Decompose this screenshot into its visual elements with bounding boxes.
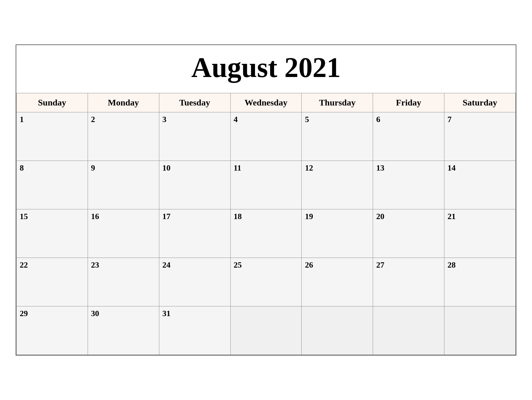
day-number: 4 <box>234 115 299 124</box>
day-cell-26: 26 <box>302 258 373 306</box>
day-cell-23: 23 <box>88 258 159 306</box>
day-cell-7: 7 <box>444 112 516 161</box>
week-row-4: 22232425262728 <box>17 258 516 306</box>
day-cell-4: 4 <box>230 112 302 161</box>
day-cell-8: 8 <box>17 161 88 209</box>
day-cell-21: 21 <box>444 209 516 258</box>
day-number: 6 <box>376 115 441 124</box>
day-number: 27 <box>376 260 441 270</box>
day-number: 23 <box>91 260 156 270</box>
day-cell-31: 31 <box>159 306 230 355</box>
day-cell-14: 14 <box>444 161 516 209</box>
day-number: 26 <box>305 260 370 270</box>
day-cell-29: 29 <box>17 306 88 355</box>
day-number: 28 <box>448 260 512 270</box>
week-row-1: 1234567 <box>17 112 516 161</box>
day-number: 31 <box>162 309 227 318</box>
week-row-5: 293031 <box>17 306 516 355</box>
day-number: 17 <box>162 212 227 221</box>
day-number: 19 <box>305 212 370 221</box>
day-cell-13: 13 <box>373 161 444 209</box>
week-row-3: 15161718192021 <box>17 209 516 258</box>
header-monday: Monday <box>88 93 159 112</box>
day-cell-10: 10 <box>159 161 230 209</box>
day-number: 14 <box>448 163 512 173</box>
day-cell-30: 30 <box>88 306 159 355</box>
day-number: 16 <box>91 212 156 221</box>
day-number: 7 <box>448 115 512 124</box>
header-tuesday: Tuesday <box>159 93 230 112</box>
day-number: 1 <box>20 115 84 124</box>
day-number: 5 <box>305 115 370 124</box>
header-thursday: Thursday <box>302 93 373 112</box>
day-cell-9: 9 <box>88 161 159 209</box>
day-number: 10 <box>162 163 227 173</box>
day-number: 2 <box>91 115 156 124</box>
header-sunday: Sunday <box>17 93 88 112</box>
empty-day-cell <box>444 306 516 355</box>
day-cell-22: 22 <box>17 258 88 306</box>
day-cell-15: 15 <box>17 209 88 258</box>
day-number: 29 <box>20 309 84 318</box>
calendar-header-row: SundayMondayTuesdayWednesdayThursdayFrid… <box>17 93 516 112</box>
day-number: 20 <box>376 212 441 221</box>
header-wednesday: Wednesday <box>230 93 302 112</box>
day-cell-3: 3 <box>159 112 230 161</box>
day-cell-12: 12 <box>302 161 373 209</box>
day-cell-18: 18 <box>230 209 302 258</box>
calendar-body: 1234567891011121314151617181920212223242… <box>17 112 516 355</box>
day-number: 15 <box>20 212 84 221</box>
calendar-grid: SundayMondayTuesdayWednesdayThursdayFrid… <box>16 93 516 355</box>
empty-day-cell <box>302 306 373 355</box>
day-cell-2: 2 <box>88 112 159 161</box>
day-number: 8 <box>20 163 84 173</box>
empty-day-cell <box>373 306 444 355</box>
day-cell-16: 16 <box>88 209 159 258</box>
header-friday: Friday <box>373 93 444 112</box>
day-number: 11 <box>234 163 299 173</box>
day-number: 9 <box>91 163 156 173</box>
day-cell-27: 27 <box>373 258 444 306</box>
day-cell-5: 5 <box>302 112 373 161</box>
day-cell-11: 11 <box>230 161 302 209</box>
calendar-title: August 2021 <box>16 45 516 93</box>
empty-day-cell <box>230 306 302 355</box>
day-number: 12 <box>305 163 370 173</box>
day-number: 25 <box>234 260 299 270</box>
day-cell-6: 6 <box>373 112 444 161</box>
day-number: 18 <box>234 212 299 221</box>
day-number: 30 <box>91 309 156 318</box>
day-cell-28: 28 <box>444 258 516 306</box>
day-number: 24 <box>162 260 227 270</box>
day-number: 22 <box>20 260 84 270</box>
day-cell-24: 24 <box>159 258 230 306</box>
day-cell-1: 1 <box>17 112 88 161</box>
day-cell-19: 19 <box>302 209 373 258</box>
calendar-container: August 2021 SundayMondayTuesdayWednesday… <box>16 44 516 356</box>
day-cell-20: 20 <box>373 209 444 258</box>
day-number: 21 <box>448 212 512 221</box>
week-row-2: 891011121314 <box>17 161 516 209</box>
day-number: 3 <box>162 115 227 124</box>
day-cell-25: 25 <box>230 258 302 306</box>
header-saturday: Saturday <box>444 93 516 112</box>
day-number: 13 <box>376 163 441 173</box>
day-cell-17: 17 <box>159 209 230 258</box>
